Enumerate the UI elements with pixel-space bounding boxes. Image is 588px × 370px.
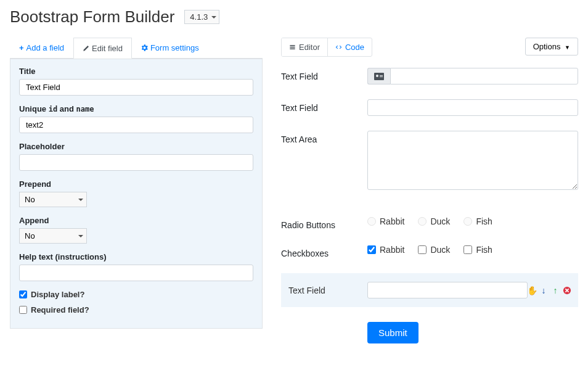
text-input-1[interactable]	[390, 68, 578, 84]
checkbox-option[interactable]: Rabbit	[367, 245, 404, 255]
radio-option[interactable]: Rabbit	[367, 216, 404, 226]
submit-button[interactable]: Submit	[367, 322, 419, 343]
move-down-icon[interactable]: ↓	[539, 286, 549, 295]
checkbox-rabbit[interactable]	[367, 245, 376, 254]
checkbox-option[interactable]: Fish	[463, 245, 492, 255]
required-field-text: Required field?	[31, 305, 89, 314]
edit-field-panel: Title Unique id and name Placeholder Pre…	[10, 59, 263, 329]
field-text-1: Text Field	[281, 68, 578, 84]
prepend-label: Prepend	[19, 179, 253, 189]
checkbox-option[interactable]: Duck	[418, 245, 450, 255]
selected-field-row[interactable]: Text Field ✋ ↓ ↑	[281, 273, 578, 307]
field-text-2: Text Field	[281, 99, 578, 116]
display-label-checkbox[interactable]	[19, 290, 27, 298]
radio-rabbit[interactable]	[367, 217, 376, 226]
caret-down-icon: ▼	[565, 44, 570, 51]
radio-duck[interactable]	[418, 217, 427, 226]
display-label-text: Display label?	[31, 290, 84, 299]
prepend-select[interactable]: No	[19, 192, 87, 207]
required-field-checkbox[interactable]	[19, 306, 27, 314]
preview-tabs: Editor Code	[281, 38, 372, 57]
pencil-icon	[83, 45, 89, 52]
selected-text-input[interactable]	[367, 282, 528, 298]
text-input-2[interactable]	[367, 99, 578, 116]
tab-edit-field[interactable]: Edit field	[73, 38, 132, 59]
field-checkboxes: Checkboxes Rabbit Duck Fish	[281, 245, 578, 258]
title-label: Title	[19, 67, 253, 76]
version-select[interactable]: 4.1.3	[184, 10, 219, 24]
radio-fish[interactable]	[463, 217, 472, 226]
options-button[interactable]: Options ▼	[525, 38, 578, 56]
append-select[interactable]: No	[19, 228, 87, 244]
tab-add-field[interactable]: + Add a field	[10, 38, 73, 58]
right-panel: Editor Code Options ▼ Text Field	[281, 38, 578, 343]
id-card-icon	[374, 73, 384, 80]
page-title: Bootstrap Form Builder	[10, 7, 174, 27]
delete-icon[interactable]	[562, 286, 572, 295]
title-input[interactable]	[19, 79, 253, 96]
code-icon	[335, 44, 342, 51]
tab-form-settings[interactable]: Form settings	[132, 38, 208, 58]
unique-input[interactable]	[19, 117, 253, 133]
svg-rect-2	[380, 75, 383, 76]
move-up-icon[interactable]: ↑	[550, 286, 560, 295]
textarea-input[interactable]	[367, 131, 578, 190]
field-textarea: Text Area	[281, 131, 578, 192]
helptext-input[interactable]	[19, 265, 253, 281]
left-panel: + Add a field Edit field Form settings T…	[10, 38, 263, 343]
tab-editor[interactable]: Editor	[282, 38, 328, 56]
svg-rect-3	[380, 76, 383, 77]
drag-handle-icon[interactable]: ✋	[527, 286, 537, 295]
checkbox-fish[interactable]	[463, 245, 472, 254]
unique-label: Unique id and name	[19, 104, 253, 113]
row-actions: ✋ ↓ ↑	[527, 286, 572, 295]
svg-point-1	[376, 75, 378, 77]
placeholder-label: Placeholder	[19, 142, 253, 151]
placeholder-input[interactable]	[19, 154, 253, 171]
list-icon	[289, 44, 296, 51]
field-radio: Radio Buttons Rabbit Duck Fish	[281, 216, 578, 230]
prepend-badge	[367, 68, 390, 84]
page-header: Bootstrap Form Builder 4.1.3	[10, 7, 578, 27]
helptext-label: Help text (instructions)	[19, 252, 253, 261]
checkbox-duck[interactable]	[418, 245, 427, 254]
gear-icon	[141, 44, 148, 51]
radio-option[interactable]: Fish	[463, 216, 492, 226]
radio-option[interactable]: Duck	[418, 216, 450, 226]
left-nav-tabs: + Add a field Edit field Form settings	[10, 38, 263, 59]
tab-code[interactable]: Code	[328, 38, 372, 56]
append-label: Append	[19, 216, 253, 225]
plus-icon: +	[19, 43, 24, 52]
